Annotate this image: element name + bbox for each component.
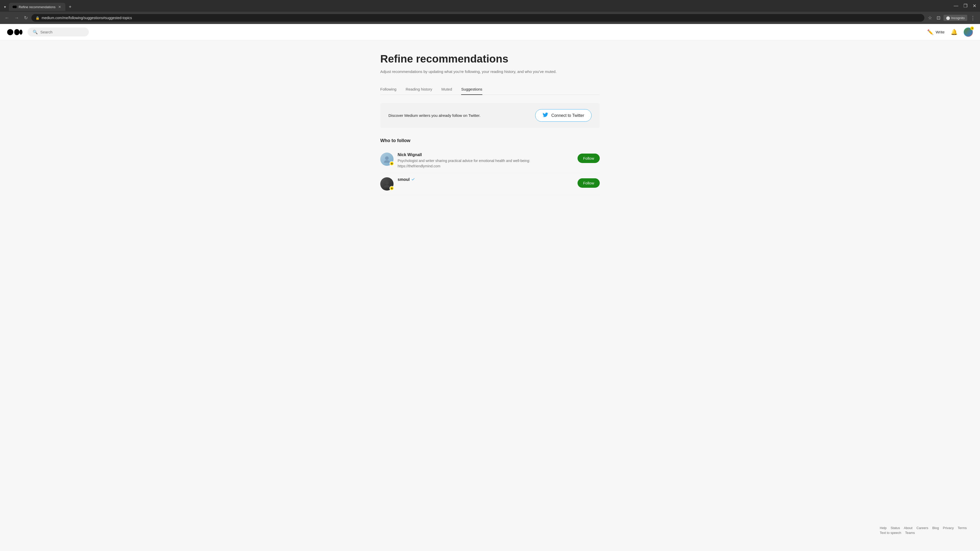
refresh-btn[interactable]: ↻	[22, 14, 29, 22]
who-to-follow-title: Who to follow	[380, 138, 600, 143]
tab-suggestions[interactable]: Suggestions	[461, 84, 482, 95]
tab-dropdown-btn[interactable]: ▾	[2, 3, 8, 11]
user-card-smoul: ★ smoul Follow	[380, 173, 600, 195]
medium-logo[interactable]	[7, 27, 22, 37]
security-icon: 🔒	[35, 16, 40, 20]
avatar[interactable]: ★	[964, 27, 973, 37]
notification-icon: 🔔	[951, 29, 958, 35]
user-name-row-smoul: smoul	[398, 177, 573, 182]
svg-rect-3	[14, 29, 19, 35]
user-name-nick: Nick Wignall	[398, 152, 422, 157]
tab-bar: ▾ Refine recommendations ✕ + — ❐ ✕	[0, 0, 980, 12]
notification-btn[interactable]: 🔔	[951, 29, 958, 35]
page-subtitle: Adjust recommendations by updating what …	[380, 69, 600, 74]
nav-bar: ← → ↻ 🔒 medium.com/me/following/suggesti…	[0, 12, 980, 24]
bookmark-btn[interactable]: ☆	[926, 14, 934, 22]
minimize-btn[interactable]: —	[952, 2, 960, 10]
nav-right-controls: ☆ ⊡ ⬤ Incognito ⋮	[926, 14, 977, 22]
header-right: ✏️ Write 🔔 ★	[927, 27, 973, 37]
back-btn[interactable]: ←	[3, 14, 11, 22]
twitter-connect-box: Discover Medium writers you already foll…	[380, 103, 600, 128]
tab-following[interactable]: Following	[380, 84, 396, 95]
write-label: Write	[935, 30, 945, 34]
active-tab[interactable]: Refine recommendations ✕	[9, 3, 65, 11]
tab-title: Refine recommendations	[19, 5, 56, 9]
footer-link-privacy[interactable]: Privacy	[943, 526, 954, 530]
svg-point-5	[385, 156, 389, 160]
svg-point-4	[19, 30, 22, 35]
write-icon: ✏️	[927, 29, 934, 35]
user-star-badge-smoul: ★	[390, 186, 394, 191]
footer-link-tts[interactable]: Text to speech	[880, 531, 901, 535]
footer-link-help[interactable]: Help	[880, 526, 886, 530]
site-header: 🔍 Search ✏️ Write 🔔 ★	[0, 24, 980, 40]
tab-favicon	[13, 5, 17, 9]
user-bio-nick: Psychologist and writer sharing practica…	[398, 158, 573, 169]
verified-icon	[411, 177, 415, 182]
footer-link-blog[interactable]: Blog	[932, 526, 939, 530]
user-info-nick: Nick Wignall Psychologist and writer sha…	[398, 152, 573, 169]
url-bar[interactable]: 🔒 medium.com/me/following/suggestions#su…	[32, 14, 924, 22]
footer-link-status[interactable]: Status	[891, 526, 900, 530]
footer-link-terms[interactable]: Terms	[958, 526, 967, 530]
follow-btn-nick[interactable]: Follow	[578, 154, 600, 163]
browser-more-btn[interactable]: ⋮	[969, 14, 977, 22]
user-star-badge-nick: ★	[390, 161, 394, 166]
search-bar[interactable]: 🔍 Search	[27, 27, 89, 37]
user-avatar-smoul: ★	[380, 177, 393, 191]
follow-btn-smoul[interactable]: Follow	[578, 178, 600, 188]
footer-link-about[interactable]: About	[904, 526, 912, 530]
tab-muted[interactable]: Muted	[442, 84, 452, 95]
connect-twitter-btn[interactable]: Connect to Twitter	[535, 109, 592, 122]
restore-btn[interactable]: ❐	[962, 2, 969, 10]
forward-btn[interactable]: →	[13, 14, 21, 22]
incognito-badge[interactable]: ⬤ Incognito	[943, 15, 967, 21]
page: 🔍 Search ✏️ Write 🔔 ★ Refine recommendat…	[0, 24, 980, 551]
search-icon: 🔍	[33, 30, 38, 35]
browser-chrome: ▾ Refine recommendations ✕ + — ❐ ✕ ← → ↻…	[0, 0, 980, 24]
close-window-btn[interactable]: ✕	[971, 2, 978, 10]
incognito-icon: ⬤	[946, 16, 950, 20]
user-name-smoul: smoul	[398, 177, 410, 182]
incognito-label: Incognito	[951, 16, 965, 20]
connect-twitter-label: Connect to Twitter	[551, 113, 584, 118]
search-placeholder: Search	[40, 30, 52, 34]
who-to-follow-section: Who to follow ★ Nick Wignall	[380, 138, 600, 195]
svg-point-8	[384, 185, 390, 187]
reader-mode-btn[interactable]: ⊡	[935, 14, 942, 22]
tab-close-btn[interactable]: ✕	[58, 5, 62, 9]
footer-row-2: Text to speech Teams	[880, 531, 970, 535]
footer-links: Help Status About Careers Blog Privacy T…	[880, 526, 970, 536]
tabs: Following Reading history Muted Suggesti…	[380, 84, 600, 95]
footer-link-teams[interactable]: Teams	[905, 531, 915, 535]
footer-row-1: Help Status About Careers Blog Privacy T…	[880, 526, 970, 530]
svg-point-2	[7, 29, 13, 35]
user-card: ★ Nick Wignall Psychologist and writer s…	[380, 148, 600, 173]
new-tab-btn[interactable]: +	[66, 3, 74, 11]
footer-link-careers[interactable]: Careers	[916, 526, 928, 530]
avatar-star-badge: ★	[970, 27, 974, 30]
url-text: medium.com/me/following/suggestions#sugg…	[41, 16, 132, 20]
svg-point-7	[385, 181, 389, 185]
twitter-connect-text: Discover Medium writers you already foll…	[388, 113, 480, 118]
twitter-bird-icon	[542, 113, 548, 118]
user-avatar-nick: ★	[380, 152, 393, 166]
write-btn[interactable]: ✏️ Write	[927, 29, 945, 35]
svg-rect-1	[14, 6, 17, 8]
page-title: Refine recommendations	[380, 52, 600, 65]
tab-reading-history[interactable]: Reading history	[406, 84, 432, 95]
main-content: Refine recommendations Adjust recommenda…	[375, 40, 605, 205]
svg-point-6	[384, 160, 390, 163]
user-name-row: Nick Wignall	[398, 152, 573, 157]
user-info-smoul: smoul	[398, 177, 573, 183]
